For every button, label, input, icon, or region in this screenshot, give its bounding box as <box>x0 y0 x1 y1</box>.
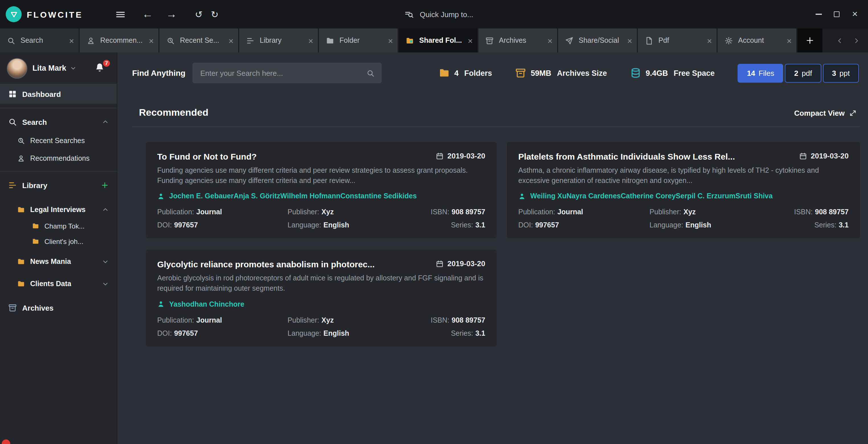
undo-button[interactable]: ↺ <box>190 0 207 29</box>
quick-jump-label: Quick Jump to... <box>420 10 473 19</box>
notifications-button[interactable]: 7 <box>94 62 106 75</box>
recommendations-icon <box>17 154 25 162</box>
filter-label: Files <box>758 69 774 77</box>
tab-search[interactable]: Search× <box>0 29 79 53</box>
library-icon <box>246 36 255 45</box>
tab-folder[interactable]: Folder× <box>319 29 398 53</box>
stat-label: Folders <box>464 69 492 77</box>
sidebar-item-label: Clients Data <box>30 279 71 288</box>
compact-view-toggle[interactable]: Compact View <box>794 109 857 117</box>
sidebar-item-recommendations[interactable]: Recommendations <box>0 149 117 167</box>
meta-label: Publication: <box>157 316 194 324</box>
meta-label: Publication: <box>157 208 194 216</box>
tab-library[interactable]: Library× <box>239 29 318 53</box>
cards-column-left: To Fund or Not to Fund?2019-03-20Funding… <box>146 142 497 346</box>
chevron-up-icon[interactable] <box>102 206 109 213</box>
menu-icon <box>115 9 126 20</box>
document-card[interactable]: To Fund or Not to Fund?2019-03-20Funding… <box>146 142 497 239</box>
maximize-button[interactable] <box>829 0 844 29</box>
sidebar-item-library[interactable]: Library <box>0 176 117 195</box>
chevron-down-icon[interactable] <box>102 280 109 287</box>
tab-label: Folder <box>339 36 384 45</box>
tab-close-icon[interactable]: × <box>468 36 473 45</box>
add-library-icon[interactable] <box>101 181 109 189</box>
tab-strip: Search×Recommen...×Recent Se...×Library×… <box>0 29 868 53</box>
tab-account[interactable]: Account× <box>718 29 796 53</box>
meta-label: Series: <box>451 329 473 337</box>
tab-close-icon[interactable]: × <box>627 36 632 45</box>
meta-publication: Publication:Journal <box>518 208 650 216</box>
search-input[interactable] <box>192 63 381 83</box>
meta-publication: Publication:Journal <box>157 316 288 324</box>
sidebar-item-dashboard[interactable]: Dashboard <box>0 84 117 104</box>
sidebar-item-search[interactable]: Search <box>0 112 117 132</box>
tab-close-icon[interactable]: × <box>786 36 792 45</box>
filter-files[interactable]: 14Files <box>738 64 783 82</box>
redo-button[interactable]: ↻ <box>206 0 223 29</box>
sidebar-item-label: Archives <box>22 303 54 312</box>
tab-close-icon[interactable]: × <box>388 36 393 45</box>
tab-close-icon[interactable]: × <box>547 36 553 45</box>
divider <box>0 171 117 172</box>
meta-isbn: ISBN:908 89757 <box>395 316 485 324</box>
sidebar-item-news-mania[interactable]: News Mania <box>0 253 117 270</box>
meta-label: ISBN: <box>431 316 449 324</box>
back-button[interactable]: ← <box>139 0 156 29</box>
new-tab-button[interactable] <box>797 29 823 53</box>
search-icon <box>7 36 16 45</box>
flowcite-logo-icon <box>9 10 18 19</box>
minimize-button[interactable] <box>811 0 826 29</box>
tab-close-icon[interactable]: × <box>228 36 234 45</box>
sidebar-item-label: Legal Interviews <box>30 205 86 213</box>
tab-label: Pdf <box>658 36 704 45</box>
folder-icon <box>32 238 39 245</box>
sidebar-item-archives[interactable]: Archives <box>0 298 117 318</box>
quick-jump[interactable]: Quick Jump to... <box>404 0 473 29</box>
sidebar-item-clients-joh[interactable]: Client's joh... <box>0 234 117 249</box>
card-authors[interactable]: Jochen E. GebauerAnja S. GöritzWilhelm H… <box>157 193 485 200</box>
card-header: To Fund or Not to Fund?2019-03-20 <box>157 152 485 161</box>
tab-recent-se[interactable]: Recent Se...× <box>159 29 238 53</box>
filter-pdf[interactable]: 2pdf <box>785 64 821 82</box>
tab-archives[interactable]: Archives× <box>478 29 557 53</box>
tab-pdf[interactable]: Pdf× <box>638 29 716 53</box>
chevron-right-icon[interactable] <box>852 37 860 44</box>
close-button[interactable]: × <box>847 0 862 29</box>
undo-icon: ↺ <box>195 9 203 20</box>
tab-share-social[interactable]: Share/Social× <box>558 29 637 53</box>
tab-close-icon[interactable]: × <box>707 36 712 45</box>
card-authors[interactable]: Yashodhan Chinchore <box>157 300 485 308</box>
meta-series: Series:3.1 <box>395 221 485 229</box>
user-name: Lita Mark <box>32 64 66 72</box>
sidebar-item-recent-searches[interactable]: Recent Searches <box>0 132 117 149</box>
document-card[interactable]: Glycolytic reliance promotes anabolism i… <box>146 250 497 347</box>
sidebar-item-label: Dashboard <box>22 90 61 98</box>
card-meta: Publication:JournalPublisher:XyzISBN:908… <box>157 208 485 229</box>
tab-close-icon[interactable]: × <box>69 36 74 45</box>
tab-close-icon[interactable]: × <box>308 36 313 45</box>
tab-shared-fol[interactable]: Shared Fol...× <box>399 29 477 53</box>
chevron-up-icon[interactable] <box>102 119 109 125</box>
chevron-left-icon[interactable] <box>836 37 843 44</box>
sidebar-item-clients-data[interactable]: Clients Data <box>0 275 117 292</box>
sidebar-item-champ-tok[interactable]: Champ Tok... <box>0 218 117 234</box>
search-icon <box>366 69 374 77</box>
forward-button[interactable]: → <box>163 0 180 29</box>
sidebar-item-legal-interviews[interactable]: Legal Interviews <box>0 201 117 218</box>
tab-label: Account <box>738 36 783 45</box>
user-menu[interactable]: Lita Mark 7 <box>0 53 117 84</box>
card-authors-names: Weiling XuNayra CardenesCatherine CoreyS… <box>530 193 773 200</box>
filter-ppt[interactable]: 3ppt <box>823 64 859 82</box>
card-authors[interactable]: Weiling XuNayra CardenesCatherine CoreyS… <box>518 193 849 200</box>
card-title: Glycolytic reliance promotes anabolism i… <box>157 260 425 269</box>
meta-label: ISBN: <box>794 208 812 216</box>
menu-button[interactable] <box>112 0 129 29</box>
tab-close-icon[interactable]: × <box>149 36 154 45</box>
chevron-down-icon[interactable] <box>102 258 109 265</box>
document-card[interactable]: Platelets from Asthmatic Individuals Sho… <box>507 142 860 239</box>
meta-value: 3.1 <box>475 221 485 229</box>
archive-icon <box>485 36 494 45</box>
tab-recommen[interactable]: Recommen...× <box>80 29 158 53</box>
meta-series: Series:3.1 <box>758 221 849 229</box>
sidebar-item-label: Search <box>22 118 47 126</box>
